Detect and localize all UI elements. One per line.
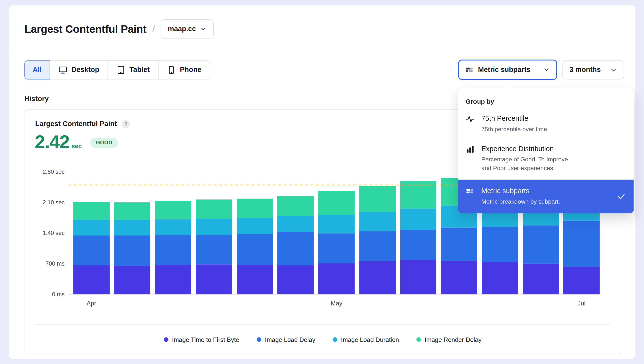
bar-segment xyxy=(318,190,354,215)
breadcrumb-separator: / xyxy=(152,23,155,35)
legend-dot xyxy=(257,337,261,342)
tab-phone-label: Phone xyxy=(180,66,201,74)
bar-segment xyxy=(73,220,109,236)
bar-segment xyxy=(155,219,191,235)
y-axis: 0 ms700 ms1.40 sec2.10 sec2.80 sec xyxy=(24,172,65,294)
menu-item-experience-distribution[interactable]: Experience Distribution Percentage of Go… xyxy=(458,139,634,178)
group-by-menu: Group by 75th Percentile 75th percentile… xyxy=(458,88,634,213)
bar-segment xyxy=(237,198,273,218)
bar-segment xyxy=(196,235,232,264)
legend-item[interactable]: Image Render Delay xyxy=(416,336,482,343)
desktop-icon xyxy=(58,65,67,74)
x-axis: AprMayJul xyxy=(73,300,600,308)
bar-segment xyxy=(563,221,600,267)
chevron-down-icon xyxy=(610,66,617,74)
bar-segment xyxy=(114,220,150,236)
bar-segment xyxy=(114,266,150,294)
stacked-bar[interactable] xyxy=(196,199,232,294)
menu-item-description: Percentage of Good, To Improve and Poor … xyxy=(482,155,578,173)
tab-all-label: All xyxy=(33,66,42,74)
chevron-down-icon xyxy=(200,26,206,32)
chart-title: Largest Contentful Paint xyxy=(35,120,117,128)
x-axis-label: Apr xyxy=(86,300,96,307)
tab-tablet-label: Tablet xyxy=(130,66,150,74)
tab-desktop-label: Desktop xyxy=(72,66,99,74)
bar-segment xyxy=(441,228,477,260)
legend-dot xyxy=(416,337,421,342)
bar-segment xyxy=(482,262,518,294)
x-axis-line xyxy=(68,294,601,295)
bar-segment xyxy=(278,196,314,216)
legend-label: Image Load Duration xyxy=(341,336,399,343)
device-filter-tabs: All Desktop Tablet Phone xyxy=(24,60,210,80)
group-by-button[interactable]: Metric subparts xyxy=(458,60,557,80)
y-axis-label: 700 ms xyxy=(46,260,64,268)
bar-segment xyxy=(114,202,150,220)
tab-phone[interactable]: Phone xyxy=(158,60,210,80)
y-axis-label: 2.80 sec xyxy=(43,168,65,176)
bar-segment xyxy=(278,265,314,294)
menu-item-title: Metric subparts xyxy=(482,186,560,195)
page-header: Largest Contentful Paint / maap.cc xyxy=(24,19,214,39)
menu-item-description: 75th percentile over time. xyxy=(482,125,549,134)
bar-segment xyxy=(359,261,396,294)
site-selector-value: maap.cc xyxy=(168,25,196,33)
stacked-bar[interactable] xyxy=(400,181,436,294)
status-badge: GOOD xyxy=(90,138,118,148)
group-by-button-label: Metric subparts xyxy=(478,66,530,74)
bar-segment xyxy=(522,264,559,294)
chart-card-header: Largest Contentful Paint ? xyxy=(35,120,130,128)
bar-segment xyxy=(73,265,109,294)
help-icon[interactable]: ? xyxy=(122,120,130,128)
legend-dot xyxy=(164,337,168,342)
bar-segment xyxy=(400,260,436,294)
stacked-bar[interactable] xyxy=(155,201,191,294)
metric-unit: sec xyxy=(72,142,82,150)
bar-segment xyxy=(563,267,600,294)
metric-value: 2.42 xyxy=(35,132,69,151)
bar-segment xyxy=(400,230,436,260)
bar-segment xyxy=(73,236,109,265)
menu-item-title: 75th Percentile xyxy=(482,114,549,123)
stacked-bar[interactable] xyxy=(237,198,273,294)
legend-label: Image Time to First Byte xyxy=(172,336,239,343)
bar-segment xyxy=(400,181,436,208)
bar-segment xyxy=(155,265,191,294)
bar-segment xyxy=(318,215,354,233)
date-range-label: 3 months xyxy=(570,66,601,74)
page-title: Largest Contentful Paint xyxy=(24,22,146,36)
header-divider xyxy=(9,49,635,49)
bar-segment xyxy=(359,186,396,212)
x-axis-label: May xyxy=(330,300,342,307)
legend-item[interactable]: Image Load Duration xyxy=(333,336,399,343)
stacked-bar[interactable] xyxy=(318,190,354,294)
menu-item-metric-subparts[interactable]: Metric subparts Metric breakdown by subp… xyxy=(458,180,634,213)
tab-desktop[interactable]: Desktop xyxy=(50,60,108,80)
menu-item-75th-percentile[interactable]: 75th Percentile 75th percentile over tim… xyxy=(458,109,634,139)
bar-segment xyxy=(155,201,191,220)
bar-segment xyxy=(359,212,396,232)
stacked-bar[interactable] xyxy=(73,202,109,294)
bar-segment xyxy=(73,202,109,220)
stacked-bar[interactable] xyxy=(359,186,396,294)
bar-segment xyxy=(278,232,314,265)
tablet-icon xyxy=(116,65,125,74)
legend-item[interactable]: Image Load Delay xyxy=(257,336,315,343)
menu-item-description: Metric breakdown by subpart. xyxy=(482,197,560,206)
tab-tablet[interactable]: Tablet xyxy=(108,60,158,80)
date-range-button[interactable]: 3 months xyxy=(562,60,624,80)
subparts-icon xyxy=(466,187,476,195)
tab-all[interactable]: All xyxy=(24,60,50,80)
menu-heading: Group by xyxy=(458,88,634,109)
check-icon xyxy=(617,192,625,200)
bar-segment xyxy=(196,199,232,218)
bar-segment xyxy=(196,218,232,235)
bar-segment xyxy=(441,260,477,294)
legend-item[interactable]: Image Time to First Byte xyxy=(164,336,239,343)
site-selector-dropdown[interactable]: maap.cc xyxy=(161,20,214,38)
stacked-bar[interactable] xyxy=(278,196,314,294)
stacked-bar[interactable] xyxy=(114,202,150,294)
phone-icon xyxy=(167,65,176,74)
y-axis-label: 2.10 sec xyxy=(43,198,65,206)
legend-dot xyxy=(333,337,337,342)
